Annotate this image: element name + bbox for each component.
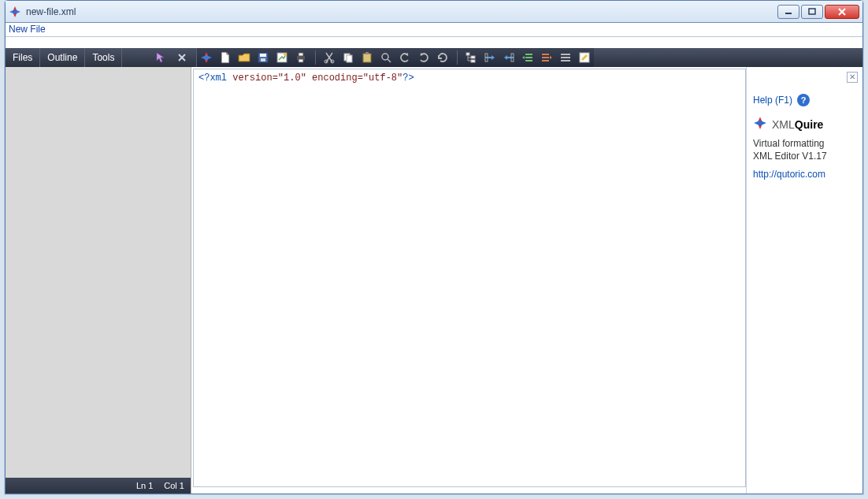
main-toolbar — [196, 48, 594, 67]
undo-icon[interactable] — [396, 49, 414, 66]
svg-rect-1 — [809, 9, 815, 14]
right-panel: ✕ Help (F1) ? XMLQuire Virtual formattin… — [746, 67, 862, 493]
left-panel-content — [6, 67, 191, 478]
collapse-icon[interactable] — [481, 49, 499, 66]
svg-rect-8 — [299, 53, 303, 56]
desc-line-2: XML Editor V1.17 — [753, 150, 856, 162]
spacer — [6, 37, 862, 48]
separator-icon — [311, 49, 319, 66]
app-logo-icon[interactable] — [198, 49, 215, 66]
xml-pi-close: ?> — [402, 73, 414, 84]
help-icon: ? — [797, 94, 810, 106]
copy-icon[interactable] — [339, 49, 357, 66]
vendor-url-link[interactable]: http://qutoric.com — [753, 169, 856, 180]
svg-rect-19 — [471, 60, 475, 62]
indent-icon[interactable] — [538, 49, 555, 66]
vendor-url-text: http://qutoric.com — [753, 169, 825, 180]
new-file-icon[interactable] — [217, 49, 234, 66]
menu-files[interactable]: Files — [6, 48, 40, 67]
separator-icon — [453, 49, 461, 66]
brand-text-a: XML — [772, 118, 795, 131]
svg-rect-14 — [363, 54, 371, 62]
status-line: Ln 1 — [136, 481, 153, 490]
help-link[interactable]: Help (F1) ? — [753, 94, 856, 106]
editor-wrap: <?xml version="1.0" encoding="utf-8"?> ✕… — [191, 67, 862, 493]
svg-point-16 — [382, 54, 388, 60]
status-col: Col 1 — [164, 481, 184, 490]
menu-tools-label: Tools — [92, 52, 114, 63]
print-icon[interactable] — [292, 49, 310, 66]
brand-logo-icon — [753, 116, 767, 132]
svg-rect-17 — [466, 53, 469, 55]
refresh-icon[interactable] — [434, 49, 451, 66]
menubar: Files Outline Tools — [6, 48, 122, 67]
window-title: new-file.xml — [26, 6, 777, 17]
svg-rect-13 — [347, 55, 352, 62]
close-icon: ✕ — [849, 73, 855, 81]
svg-rect-3 — [260, 54, 266, 57]
outdent-icon[interactable] — [519, 49, 536, 66]
svg-rect-0 — [785, 13, 792, 14]
highlight-icon[interactable] — [576, 49, 593, 66]
body: Ln 1 Col 1 <?xml version="1.0" encoding=… — [6, 67, 862, 493]
xml-attr-version: version= — [227, 73, 278, 84]
app-window: new-file.xml New File Files Outline Tool… — [5, 0, 863, 494]
menu-outline[interactable]: Outline — [40, 48, 85, 67]
svg-point-6 — [284, 53, 287, 56]
app-icon — [9, 6, 21, 18]
expand-icon[interactable] — [500, 49, 517, 66]
code-editor[interactable]: <?xml version="1.0" encoding="utf-8"?> — [193, 69, 746, 487]
save-icon[interactable] — [254, 49, 272, 66]
find-icon[interactable] — [377, 49, 395, 66]
align-icon[interactable] — [557, 49, 574, 66]
brand-text-b: Quire — [795, 118, 824, 131]
close-panel-icon[interactable] — [173, 49, 191, 66]
paste-icon[interactable] — [358, 49, 376, 66]
xml-val-encoding: "utf-8" — [363, 73, 402, 84]
close-button[interactable] — [825, 5, 859, 19]
svg-rect-4 — [261, 58, 265, 61]
tree-icon[interactable] — [462, 49, 480, 66]
product-desc: Virtual formatting XML Editor V1.17 — [753, 137, 856, 162]
mouse-icon[interactable] — [151, 49, 169, 66]
desc-line-1: Virtual formatting — [753, 137, 856, 150]
maximize-button[interactable] — [801, 5, 823, 19]
titlebar: new-file.xml — [6, 1, 862, 23]
statusbar: Ln 1 Col 1 — [6, 478, 191, 493]
document-tab-label: New File — [9, 24, 46, 35]
window-controls — [777, 5, 859, 19]
toolbar-row: Files Outline Tools — [6, 48, 862, 67]
panel-control-icons — [146, 48, 196, 67]
redo-icon[interactable] — [415, 49, 432, 66]
open-file-icon[interactable] — [236, 49, 253, 66]
cut-icon[interactable] — [321, 49, 338, 66]
brand: XMLQuire — [753, 116, 856, 132]
document-tab[interactable]: New File — [6, 23, 862, 37]
svg-rect-18 — [471, 56, 475, 58]
minimize-button[interactable] — [777, 5, 799, 19]
svg-rect-9 — [299, 59, 303, 62]
xml-val-version: "1.0" — [278, 73, 306, 84]
svg-rect-15 — [365, 52, 369, 54]
xml-pi-open: <?xml — [198, 73, 227, 84]
menu-tools[interactable]: Tools — [85, 48, 122, 67]
menu-files-label: Files — [13, 52, 32, 63]
left-panel: Ln 1 Col 1 — [6, 67, 191, 493]
save-as-icon[interactable] — [273, 49, 291, 66]
menu-outline-label: Outline — [47, 52, 77, 63]
close-side-panel-button[interactable]: ✕ — [847, 72, 858, 83]
help-label: Help (F1) — [753, 95, 792, 106]
xml-attr-encoding: encoding= — [306, 73, 363, 84]
